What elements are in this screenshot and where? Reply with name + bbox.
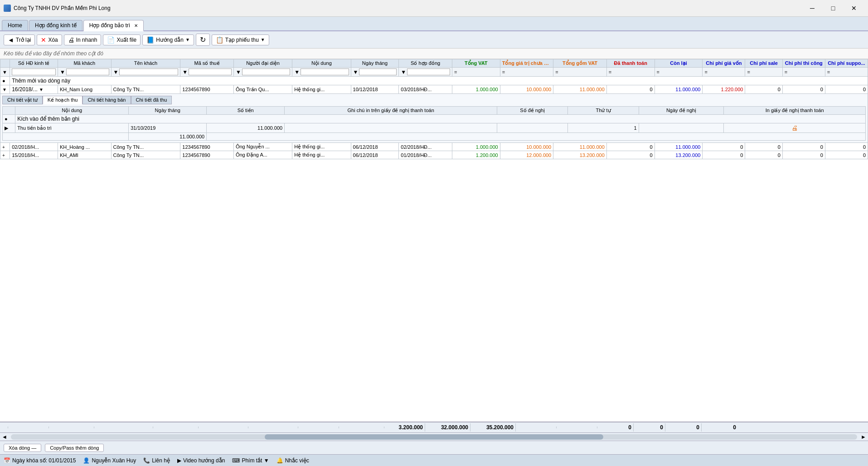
filter-tenkh[interactable]: ▼ (111, 68, 180, 77)
footer-date-label: Ngày khóa số: 01/01/2015 (12, 457, 76, 464)
filter-masothue[interactable]: ▼ (180, 68, 234, 77)
row1-ngaythang: 10/12/2018 (351, 85, 399, 94)
guide-icon: 📘 (146, 36, 154, 44)
sub-add-row[interactable]: ● Kích vào để thêm bản ghi (3, 115, 866, 123)
scroll-right-icon[interactable]: ► (859, 434, 868, 440)
filter-sohopd-input[interactable] (407, 69, 450, 75)
filter-ngaythang[interactable]: ▼ (351, 68, 399, 77)
delete-row-button[interactable]: Xóa dòng — (4, 444, 41, 452)
col-tonggia: Tổng giá trị chưa VAT (500, 59, 553, 68)
sub-tab-vattu[interactable]: Chi tiết vật tư (2, 96, 43, 104)
sub-row-expand[interactable]: ▶ (3, 123, 15, 133)
scroll-left-icon[interactable]: ◄ (0, 434, 9, 440)
back-icon: ◄ (8, 36, 14, 44)
filter-makh-input[interactable] (66, 69, 109, 75)
filter-nguoidai-input[interactable] (242, 69, 290, 75)
row2-makh: KH_Hoàng ... (58, 143, 111, 151)
filter-masothue-input[interactable] (189, 69, 232, 75)
gt-spacer-1 (0, 427, 8, 428)
footer-contact-label[interactable]: Liên hệ (152, 457, 170, 464)
row3-thicong: 0 (782, 151, 825, 159)
sub-tab-dathu[interactable]: Chi tiết đã thu (131, 96, 172, 104)
maximize-button[interactable]: □ (823, 2, 844, 15)
title-bar-controls[interactable]: ─ □ ✕ (802, 2, 864, 15)
col-chiphi: Chi phí giá vốn (703, 59, 745, 68)
row1-makh: KH_Nam Long (58, 85, 111, 94)
refresh-button[interactable]: ↻ (196, 34, 210, 46)
filter-noidung-input[interactable] (301, 69, 349, 75)
footer-video-label[interactable]: Video hướng dẫn (183, 457, 225, 464)
row2-sohd: 02/2018/H... (10, 143, 58, 151)
guide-button[interactable]: 📘 Hướng dẫn ▼ (142, 34, 194, 45)
minimize-button[interactable]: ─ (802, 2, 823, 15)
tab-hopdong-bt[interactable]: Hợp đồng bảo trì ✕ (83, 20, 144, 31)
gt-spacer-6 (199, 427, 248, 428)
gt-spacer-2 (8, 427, 49, 428)
footer-shortcut[interactable]: ⌨ Phím tắt ▼ (232, 457, 269, 464)
sub-row-ngaythang: 31/10/2019 (129, 123, 207, 133)
filter-sohd[interactable] (10, 68, 58, 77)
tab-close-icon[interactable]: ✕ (134, 23, 138, 28)
row1-expand-cell[interactable]: ▼ (0, 85, 10, 94)
row3-expand-cell[interactable]: + (0, 151, 10, 159)
filter-thicong: = (782, 68, 825, 77)
sub-tab-hangban[interactable]: Chi tiết hàng bán (82, 96, 131, 104)
row3-expand-icon[interactable]: + (2, 153, 5, 158)
filter-sale: = (745, 68, 782, 77)
table-row[interactable]: + 15/2018/H... KH_AMI Công Ty TN... 1234… (0, 151, 868, 159)
row1-tonggia: 10.000.000 (500, 85, 553, 94)
filter-noidung[interactable]: ▼ (292, 68, 351, 77)
back-button[interactable]: ◄ Trở lại (4, 34, 35, 45)
sub-tabs: Chi tiết vật tư Kế hoạch thu Chi tiết hà… (2, 96, 866, 104)
receipt-label: Tạp phiếu thu (225, 37, 259, 43)
row1-dropdown-icon[interactable]: ▼ (39, 87, 44, 92)
tab-hopdong-kt[interactable]: Hợp đồng kinh tế (29, 20, 82, 30)
table-wrapper[interactable]: Số HĐ kinh tế Mã khách Tên khách Mã số t… (0, 59, 868, 422)
sub-tab-kehoach[interactable]: Kế hoạch thu (43, 96, 83, 104)
col-masothue: Mã số thuế (180, 59, 234, 68)
filter-tenkh-input[interactable] (119, 69, 178, 75)
tab-home[interactable]: Home (2, 20, 28, 30)
table-row[interactable]: + 02/2018/H... KH_Hoàng ... Công Ty TN..… (0, 143, 868, 151)
copy-pass-button[interactable]: Copy/Pass thêm dòng (45, 444, 104, 452)
row2-expand-icon[interactable]: + (2, 145, 5, 150)
filter-dathanh: = (606, 68, 655, 77)
gt-tonggom: 35.200.000 (470, 423, 516, 432)
gt-spacer-4 (94, 427, 153, 428)
footer-reminder[interactable]: 🔔 Nhắc việc (276, 457, 309, 464)
sub-row-inGiay[interactable]: 🖨 (724, 123, 866, 133)
footer-contact[interactable]: 📞 Liên hệ (143, 457, 170, 464)
footer-reminder-label[interactable]: Nhắc việc (285, 457, 309, 464)
filter-ngaythang-input[interactable] (359, 69, 397, 75)
sub-row-sodeNghi (497, 123, 568, 133)
export-button[interactable]: 📄 Xuất file (103, 34, 141, 45)
main-table: Số HĐ kinh tế Mã khách Tên khách Mã số t… (0, 59, 868, 159)
add-new-row[interactable]: ● Thêm mới vào dòng này (0, 77, 868, 85)
filter-sohopd[interactable]: ▼ (399, 68, 452, 77)
phone-icon: 📞 (143, 457, 150, 464)
delete-button[interactable]: ✕ Xóa (37, 34, 62, 45)
scrollbar-track[interactable] (11, 434, 857, 440)
row3-makh: KH_AMI (58, 151, 111, 159)
title-bar: Công Ty TNHH DV Phần Mềm Phi Long ─ □ ✕ (0, 0, 868, 17)
row3-tenkh: Công Ty TN... (111, 151, 180, 159)
table-row[interactable]: ▼ 16/2018/... ▼ KH_Nam Long Công Ty TN..… (0, 85, 868, 94)
close-button[interactable]: ✕ (844, 2, 864, 15)
scroll-area[interactable]: ◄ ► (0, 432, 868, 441)
row2-expand-cell[interactable]: + (0, 143, 10, 151)
header-row: Số HĐ kinh tế Mã khách Tên khách Mã số t… (0, 59, 868, 68)
footer-video[interactable]: ▶ Video hướng dẫn (177, 457, 225, 464)
filter-nguoidai[interactable]: ▼ (233, 68, 292, 77)
row3-noidung: Hệ thống gi... (292, 151, 351, 159)
sub-col-ngaydeNghi: Ngày đề nghị (639, 107, 724, 115)
scrollbar-thumb[interactable] (265, 434, 603, 440)
row1-expand-icon[interactable]: ▼ (2, 87, 7, 92)
subtable: Nội dung Ngày tháng Số tiền Ghi chú in t… (2, 106, 866, 141)
filter-sohd-input[interactable] (12, 69, 56, 75)
filter-makh[interactable]: ▼ (58, 68, 111, 77)
subtable-data-row[interactable]: ▶ Thu tiền bảo trì 31/10/2019 11.000.000… (3, 123, 866, 133)
receipt-button[interactable]: 📋 Tạp phiếu thu ▼ (212, 34, 269, 45)
footer-shortcut-label[interactable]: Phím tắt ▼ (242, 457, 269, 464)
row3-chiphi: 0 (703, 151, 745, 159)
print-button[interactable]: 🖨 In nhanh (64, 34, 102, 45)
